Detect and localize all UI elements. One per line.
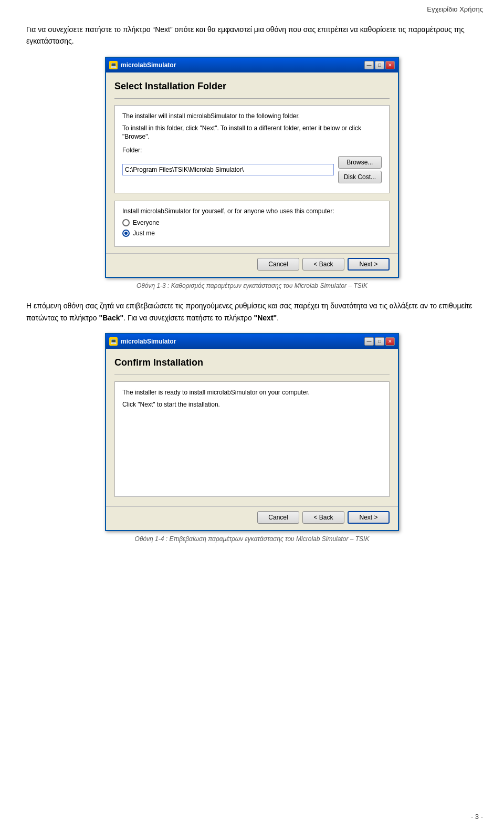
- dialog2-info-text2: Click "Next" to start the installation.: [122, 400, 382, 409]
- dialog1-titlebar-buttons: — □ ✕: [364, 61, 395, 69]
- dialog2-titlebar-buttons: — □ ✕: [364, 337, 395, 346]
- dialog1-folder-label: Folder:: [122, 147, 382, 154]
- dialog1-folder-input-row: Browse... Disk Cost...: [122, 156, 382, 183]
- dialog1-radio-everyone-label: Everyone: [133, 219, 160, 226]
- dialog2-back-button[interactable]: < Back: [302, 511, 344, 524]
- dialog1-footer: Cancel < Back Next >: [106, 253, 398, 277]
- dialog1-titlebar-left: 💻 microlabSimulator: [109, 61, 176, 69]
- header-title: Εγχειρίδιο Χρήσης: [427, 5, 483, 13]
- page-header: Εγχειρίδιο Χρήσης: [0, 0, 504, 18]
- intro-paragraph: Για να συνεχίσετε πατήστε το πλήκτρο “Ne…: [26, 24, 478, 47]
- dialog1-titlebar: 💻 microlabSimulator — □ ✕: [106, 58, 398, 72]
- dialog1-radio-justme-row[interactable]: Just me: [122, 230, 382, 237]
- dialog1-radio-justme-circle[interactable]: [122, 230, 130, 237]
- dialog1-info-text2: To install in this folder, click "Next".…: [122, 124, 382, 142]
- dialog1-side-buttons: Browse... Disk Cost...: [338, 156, 382, 183]
- dialog1-section-title: Select Installation Folder: [114, 81, 390, 92]
- dialog1-next-button[interactable]: Next >: [348, 258, 390, 271]
- dialog2-restore-button[interactable]: □: [375, 337, 384, 346]
- dialog2-cancel-button[interactable]: Cancel: [257, 511, 299, 524]
- dialog1-app-icon: 💻: [109, 61, 118, 69]
- dialog1-info-box: The installer will install microlabSimul…: [114, 105, 390, 193]
- dialog2-info-text1: The installer is ready to install microl…: [122, 388, 382, 397]
- dialog2-title-text: microlabSimulator: [121, 338, 176, 345]
- dialog2-titlebar: 💻 microlabSimulator — □ ✕: [106, 334, 398, 349]
- dialog1-folder-row: Folder: Browse... Disk Cost...: [122, 147, 382, 183]
- dialog2-titlebar-left: 💻 microlabSimulator: [109, 337, 176, 346]
- dialog1-install-for-text: Install microlabSimulator for yourself, …: [122, 207, 382, 215]
- middle-text: Η επόμενη οθόνη σας ζητά να επιβεβαιώσετ…: [26, 300, 478, 324]
- middle-text-content: Η επόμενη οθόνη σας ζητά να επιβεβαιώσετ…: [26, 302, 472, 321]
- dialog1-body: Select Installation Folder The installer…: [106, 72, 398, 253]
- dialog2-app-icon: 💻: [109, 337, 118, 346]
- dialog1-browse-button[interactable]: Browse...: [338, 156, 382, 169]
- dialog2-window: 💻 microlabSimulator — □ ✕ Confirm Instal…: [105, 333, 399, 531]
- page-content: Για να συνεχίσετε πατήστε το πλήκτρο “Ne…: [0, 18, 504, 574]
- dialog1-window: 💻 microlabSimulator — □ ✕ Select Install…: [105, 57, 399, 278]
- dialog2-footer: Cancel < Back Next >: [106, 506, 398, 530]
- dialog1-restore-button[interactable]: □: [375, 61, 384, 69]
- dialog1-diskcost-button[interactable]: Disk Cost...: [338, 171, 382, 183]
- caption1: Οθόνη 1-3 : Καθορισμός παραμέτρων εγκατά…: [26, 282, 478, 289]
- dialog2-body: Confirm Installation The installer is re…: [106, 349, 398, 506]
- dialog1-minimize-button[interactable]: —: [364, 61, 374, 69]
- dialog1-radio-everyone-row[interactable]: Everyone: [122, 219, 382, 226]
- dialog2-info-box: The installer is ready to install microl…: [114, 381, 390, 497]
- dialog1-info-text1: The installer will install microlabSimul…: [122, 112, 382, 121]
- dialog1-radio-everyone-circle[interactable]: [122, 219, 130, 226]
- dialog2-close-button[interactable]: ✕: [385, 337, 395, 346]
- dialog2-separator: [114, 375, 390, 375]
- dialog1-folder-input[interactable]: [122, 164, 334, 175]
- dialog1-radio-justme-label: Just me: [133, 230, 155, 237]
- dialog2-next-button[interactable]: Next >: [348, 511, 390, 524]
- page-number: - 3 -: [471, 813, 483, 820]
- dialog2-section-title: Confirm Installation: [114, 357, 390, 368]
- dialog1-title-text: microlabSimulator: [121, 61, 176, 69]
- dialog1-install-for-section: Install microlabSimulator for yourself, …: [114, 201, 390, 247]
- dialog1-cancel-button[interactable]: Cancel: [257, 258, 299, 271]
- dialog1-close-button[interactable]: ✕: [385, 61, 395, 69]
- dialog2-minimize-button[interactable]: —: [364, 337, 374, 346]
- dialog1-back-button[interactable]: < Back: [302, 258, 344, 271]
- caption2: Οθόνη 1-4 : Επιβεβαίωση παραμέτρων εγκατ…: [26, 535, 478, 543]
- dialog1-separator: [114, 98, 390, 99]
